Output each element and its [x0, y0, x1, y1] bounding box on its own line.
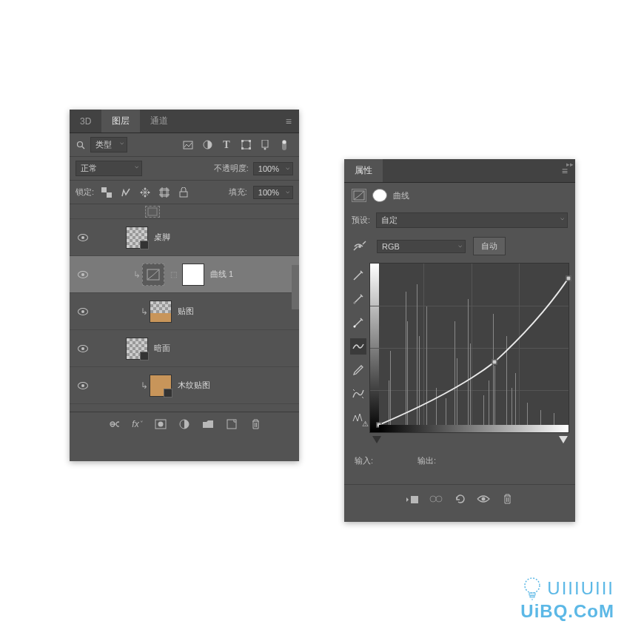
layer-row[interactable]: ↳ ⬚ 曲线 1: [70, 256, 299, 293]
delete-adjustment-icon[interactable]: [500, 492, 514, 506]
lock-label: 锁定:: [76, 187, 94, 198]
layer-row[interactable]: ↳ 贴图: [70, 293, 299, 330]
curve-point[interactable]: [566, 275, 571, 281]
visibility-toggle[interactable]: [76, 304, 90, 319]
visibility-toggle[interactable]: [76, 378, 90, 393]
smartobj-badge-icon: [164, 389, 172, 398]
tab-3d[interactable]: 3D: [70, 110, 101, 133]
layer-row[interactable]: 桌脚: [70, 219, 299, 256]
panel-menu-icon[interactable]: ≡: [278, 115, 299, 127]
mask-thumbnail[interactable]: [182, 264, 204, 286]
fx-icon[interactable]: fx˅: [130, 417, 144, 431]
eyedropper-black-icon[interactable]: [350, 267, 366, 284]
layer-name[interactable]: 暗面: [154, 343, 170, 354]
new-layer-icon[interactable]: [225, 417, 238, 431]
black-point-slider[interactable]: [372, 436, 381, 443]
svg-point-24: [158, 421, 164, 426]
svg-point-0: [78, 141, 83, 147]
mask-link-icon[interactable]: ⬚: [170, 270, 179, 278]
lock-artboard-icon[interactable]: [158, 186, 171, 199]
svg-rect-14: [107, 192, 112, 198]
curve-sliders: [344, 436, 575, 449]
svg-point-30: [354, 326, 356, 328]
view-previous-icon[interactable]: [429, 492, 443, 506]
preset-row: 预设: 自定: [344, 208, 575, 232]
shape-filter-icon[interactable]: [240, 139, 252, 151]
layer-name[interactable]: 木纹贴图: [178, 380, 210, 391]
clip-indicator-icon: ↳: [133, 269, 141, 280]
smooth-icon[interactable]: [350, 386, 366, 402]
layer-thumbnail: [145, 206, 160, 218]
curves-graph[interactable]: [369, 263, 569, 433]
pixel-filter-icon[interactable]: [182, 139, 194, 151]
layer-name[interactable]: 贴图: [178, 306, 194, 317]
adjustment-layer-icon[interactable]: [178, 417, 191, 431]
clip-histogram-icon[interactable]: ⚠: [350, 409, 366, 426]
toggle-visibility-icon[interactable]: [477, 492, 490, 506]
smartobj-badge-icon: [140, 352, 149, 360]
layer-thumbnail: [150, 375, 172, 397]
svg-point-28: [358, 245, 361, 248]
visibility-toggle[interactable]: [76, 341, 90, 356]
link-layers-icon[interactable]: [107, 417, 120, 431]
blend-mode-dropdown[interactable]: 正常: [76, 161, 142, 176]
svg-point-10: [264, 147, 266, 150]
tab-channels[interactable]: 通道: [140, 110, 178, 133]
lock-pixels-icon[interactable]: [119, 186, 133, 199]
input-output-row: 输入: 输出:: [344, 449, 575, 472]
clip-to-layer-icon[interactable]: [406, 492, 419, 506]
lock-transparency-icon[interactable]: [100, 186, 113, 199]
curves-area: ⚠: [344, 260, 575, 436]
visibility-toggle[interactable]: [76, 230, 90, 245]
filter-type-dropdown[interactable]: 类型: [90, 137, 127, 152]
adjustment-filter-icon[interactable]: [201, 139, 213, 151]
fill-value[interactable]: 100%: [253, 186, 293, 199]
layer-row[interactable]: ↳ 木纹贴图: [70, 367, 299, 404]
fill-label: 填充:: [229, 187, 247, 198]
svg-rect-13: [101, 187, 107, 192]
svg-rect-31: [411, 496, 418, 503]
filter-toggle-icon[interactable]: [278, 139, 290, 151]
layer-name[interactable]: 曲线 1: [210, 269, 233, 280]
layer-filter-row: 类型 T: [70, 133, 299, 157]
layer-row[interactable]: 暗面: [70, 330, 299, 367]
smartobj-filter-icon[interactable]: [259, 139, 271, 151]
svg-rect-26: [227, 420, 236, 429]
reset-icon[interactable]: [453, 492, 466, 506]
curve-point-icon[interactable]: [350, 338, 366, 355]
auto-button[interactable]: 自动: [473, 237, 506, 255]
opacity-value[interactable]: 100%: [253, 162, 293, 175]
visibility-toggle[interactable]: [76, 267, 90, 282]
search-icon: [76, 140, 86, 150]
input-gradient: [379, 425, 568, 432]
lock-all-icon[interactable]: [177, 186, 190, 199]
curve-line[interactable]: [379, 264, 568, 425]
eyedropper-gray-icon[interactable]: [350, 291, 366, 307]
eyedropper-white-icon[interactable]: [350, 315, 366, 331]
target-adjust-icon[interactable]: [352, 239, 369, 254]
pencil-icon[interactable]: [350, 362, 366, 378]
svg-line-1: [82, 147, 84, 149]
collapse-icon[interactable]: ▸▸: [565, 159, 575, 170]
tab-layers[interactable]: 图层: [101, 110, 140, 133]
type-filter-icon[interactable]: T: [221, 139, 232, 151]
white-point-slider[interactable]: [559, 436, 568, 443]
tab-properties[interactable]: 属性: [344, 159, 383, 182]
layers-bottom-bar: fx˅: [70, 412, 299, 435]
scrollbar[interactable]: [292, 265, 299, 309]
layers-list: 桌脚 ↳ ⬚ 曲线 1 ↳ 贴图 暗面 ↳: [70, 204, 299, 412]
add-mask-icon[interactable]: [154, 417, 167, 431]
new-group-icon[interactable]: [201, 417, 215, 431]
svg-rect-5: [241, 140, 244, 142]
layer-row[interactable]: [70, 204, 299, 219]
mask-mode-icon[interactable]: [372, 189, 387, 202]
watermark-line2: UiBQ.CoM: [520, 601, 614, 622]
curve-point[interactable]: [492, 359, 497, 364]
lock-position-icon[interactable]: [138, 186, 152, 199]
layer-name[interactable]: 桌脚: [154, 232, 170, 243]
preset-dropdown[interactable]: 自定: [376, 212, 568, 228]
delete-layer-icon[interactable]: [249, 417, 262, 431]
visibility-toggle[interactable]: [76, 204, 90, 219]
svg-rect-7: [241, 147, 244, 150]
channel-dropdown[interactable]: RGB: [377, 240, 466, 253]
